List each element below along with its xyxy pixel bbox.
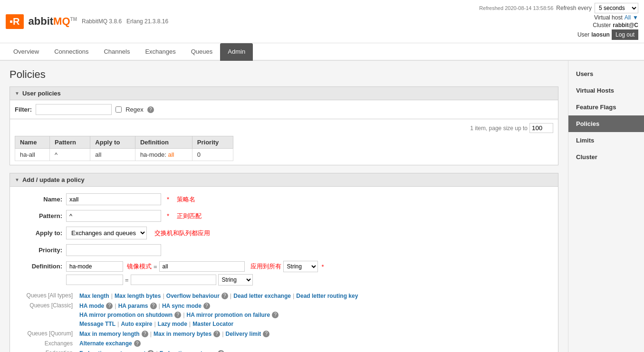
user-label: User <box>577 31 589 38</box>
fed-upstream-help[interactable]: ? <box>218 350 224 352</box>
regex-label: Regex <box>125 106 144 113</box>
logo-area: ▪R abbitMQTM RabbitMQ 3.8.6 Erlang 21.3.… <box>6 14 168 29</box>
apply-to-chinese-hint: 交换机和队列都应用 <box>154 229 210 238</box>
ql-message-ttl[interactable]: Message TTL <box>79 321 115 327</box>
ql-ha-sync-mode[interactable]: HA sync mode <box>162 303 202 309</box>
ha-shutdown-help[interactable]: ? <box>174 312 181 318</box>
filter-input[interactable] <box>36 104 112 115</box>
priority-label: Priority: <box>19 247 62 254</box>
nav-exchanges[interactable]: Exchanges <box>137 43 183 61</box>
def-val-1-input[interactable] <box>159 261 245 272</box>
ha-mode-help[interactable]: ? <box>106 303 113 309</box>
pattern-required: * <box>167 212 169 219</box>
def-key-1-chinese: 镜像模式 <box>127 262 152 271</box>
collapse-arrow: ▼ <box>15 91 19 96</box>
ha-params-help[interactable]: ? <box>150 303 157 309</box>
ql-max-in-memory-length[interactable]: Max in memory length <box>79 331 140 337</box>
def-type-2-select[interactable]: String Number Boolean List <box>218 274 253 285</box>
row-definition: ha-mode: all <box>135 149 192 161</box>
ql-max-in-memory-bytes[interactable]: Max in memory bytes <box>154 331 211 337</box>
max-mem-bytes-help[interactable]: ? <box>213 331 220 337</box>
alt-exchange-help[interactable]: ? <box>134 340 141 347</box>
def-req-star: * <box>322 263 324 270</box>
overflow-help-icon[interactable]: ? <box>221 293 228 299</box>
def-key: ha-mode: <box>140 151 166 158</box>
name-input[interactable] <box>66 193 161 205</box>
sidebar-item-users[interactable]: Users <box>568 66 644 82</box>
ql-ha-mirror-promotion-shutdown[interactable]: HA mirror promotion on shutdown <box>79 312 173 318</box>
regex-checkbox[interactable] <box>115 106 122 113</box>
ql-master-locator[interactable]: Master Locator <box>192 321 233 327</box>
def-val: all <box>168 151 174 158</box>
nav-connections[interactable]: Connections <box>47 43 96 61</box>
sidebar-item-limits[interactable]: Limits <box>568 132 644 149</box>
def-eq-1: = <box>154 263 157 270</box>
policies-table-container: 1 item, page size up to Name Pattern App… <box>10 119 558 165</box>
def-key-1-input[interactable] <box>66 261 123 272</box>
ql-alternate-exchange[interactable]: Alternate exchange <box>79 340 132 347</box>
ql-dead-letter-exchange[interactable]: Dead letter exchange <box>233 293 291 299</box>
ql-federation-upstream-set[interactable]: Federation upstream set <box>79 350 145 352</box>
def-row-1: 镜像模式 = 应用到所有 String Number Boolean List … <box>66 261 324 272</box>
regex-help-icon[interactable]: ? <box>147 106 154 113</box>
pattern-input[interactable] <box>66 210 161 222</box>
ql-queues-classic: Queues [Classic] HA mode ? | HA params ?… <box>19 302 548 327</box>
def-key-2-input[interactable] <box>66 275 123 285</box>
add-section-header[interactable]: ▼ Add / update a policy <box>10 173 558 187</box>
def-eq-2: = <box>125 276 129 284</box>
ql-max-length-bytes[interactable]: Max length bytes <box>115 293 161 299</box>
sidebar-item-policies[interactable]: Policies <box>568 115 644 132</box>
row-name: ha-all <box>15 149 50 161</box>
sep: | <box>293 292 294 299</box>
page-size-input[interactable] <box>529 123 553 133</box>
logout-button[interactable]: Log out <box>612 29 638 40</box>
sep: | <box>117 320 119 327</box>
ql-federation-upstream[interactable]: Federation upstream <box>160 350 216 352</box>
user-policies-header[interactable]: ▼ User policies <box>10 86 558 100</box>
ql-lazy-mode[interactable]: Lazy mode <box>158 321 187 327</box>
ql-ha-mirror-promotion-failure[interactable]: HA mirror promotion on failure <box>187 312 270 318</box>
nav-channels[interactable]: Channels <box>96 43 137 61</box>
vhost-dropdown-icon[interactable]: ▼ <box>633 14 638 21</box>
user-row: User laosun Log out <box>577 29 638 40</box>
refresh-select[interactable]: 5 seconds 10 seconds 30 seconds 60 secon… <box>595 3 638 13</box>
fed-upstream-set-help[interactable]: ? <box>147 350 154 352</box>
sep: | <box>222 330 223 337</box>
ql-dead-letter-routing-key[interactable]: Dead letter routing key <box>296 293 358 299</box>
row-apply-to: all <box>90 149 135 161</box>
vhost-link[interactable]: All <box>625 14 631 21</box>
priority-input[interactable] <box>66 244 161 256</box>
apply-to-label: Apply to: <box>19 229 62 237</box>
header: ▪R abbitMQTM RabbitMQ 3.8.6 Erlang 21.3.… <box>0 0 644 43</box>
ql-auto-expire[interactable]: Auto expire <box>121 321 152 327</box>
sidebar-item-virtual-hosts[interactable]: Virtual Hosts <box>568 82 644 99</box>
apply-to-select[interactable]: Exchanges and queues Exchanges Queues <box>66 227 147 239</box>
refresh-row: Refreshed 2020-08-14 13:58:56 Refresh ev… <box>479 3 638 13</box>
sep: | <box>150 330 152 337</box>
ql-delivery-limit[interactable]: Delivery limit <box>226 331 261 337</box>
nav-overview[interactable]: Overview <box>6 43 47 61</box>
def-type-1-select[interactable]: String Number Boolean List <box>283 261 318 272</box>
user-policies-title: User policies <box>22 90 61 97</box>
ql-federation-links: Federation upstream set ? | Federation u… <box>79 350 224 352</box>
delivery-limit-help[interactable]: ? <box>263 331 269 337</box>
def-val-2-input[interactable] <box>131 275 216 285</box>
sep: | <box>189 320 191 327</box>
ql-queues-all-links: Max length | Max length bytes | Overflow… <box>79 292 358 299</box>
ql-ha-params[interactable]: HA params <box>118 303 148 309</box>
ql-queues-quorum-links: Max in memory length ? | Max in memory b… <box>79 330 269 337</box>
nav-queues[interactable]: Queues <box>183 43 221 61</box>
vhost-row: Virtual host All ▼ <box>594 14 638 21</box>
max-mem-len-help[interactable]: ? <box>142 331 148 337</box>
sidebar-item-cluster[interactable]: Cluster <box>568 149 644 165</box>
definition-inputs: 镜像模式 = 应用到所有 String Number Boolean List … <box>66 261 324 287</box>
ql-overflow-behaviour[interactable]: Overflow behaviour <box>166 293 220 299</box>
nav: Overview Connections Channels Exchanges … <box>0 43 644 61</box>
ha-failure-help[interactable]: ? <box>272 312 279 318</box>
col-name: Name <box>15 136 50 149</box>
ql-max-length[interactable]: Max length <box>79 293 109 299</box>
sidebar-item-feature-flags[interactable]: Feature Flags <box>568 99 644 115</box>
ha-sync-mode-help[interactable]: ? <box>203 303 210 309</box>
nav-admin[interactable]: Admin <box>220 43 253 61</box>
ql-ha-mode[interactable]: HA mode <box>79 303 104 309</box>
